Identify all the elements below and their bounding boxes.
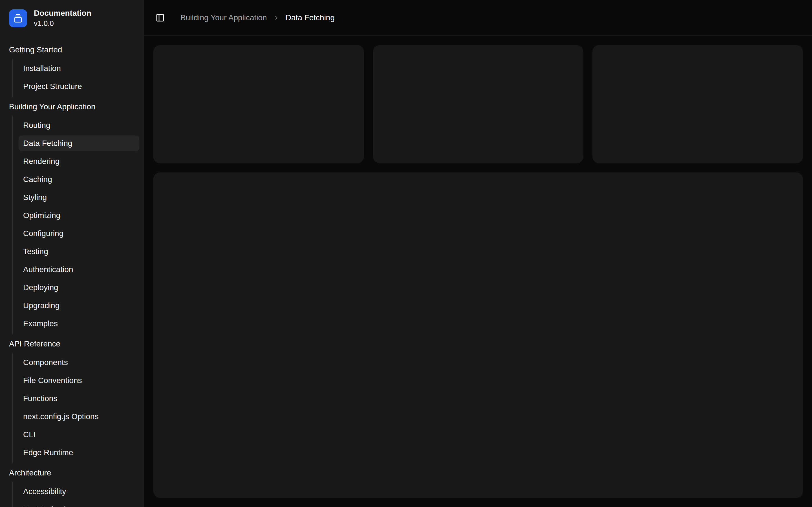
sidebar-item-authentication[interactable]: Authentication [18,262,139,277]
sidebar-item-caching[interactable]: Caching [18,172,139,187]
gallery-vertical-end-icon [13,14,22,23]
sidebar-item-file-conventions[interactable]: File Conventions [18,373,139,388]
sidebar-item-deploying[interactable]: Deploying [18,280,139,295]
sidebar-item-next-config-js-options[interactable]: next.config.js Options [18,409,139,425]
sidebar-item-examples[interactable]: Examples [18,316,139,332]
app-version: v1.0.0 [34,19,91,27]
sidebar-item-installation[interactable]: Installation [18,61,139,76]
sidebar-item-styling[interactable]: Styling [18,189,139,205]
sidebar-section-api-reference[interactable]: API Reference [4,335,139,353]
content [144,36,812,507]
sidebar-item-project-structure[interactable]: Project Structure [18,78,139,94]
sidebar-section-getting-started[interactable]: Getting Started [4,41,139,59]
sidebar-item-edge-runtime[interactable]: Edge Runtime [18,445,139,460]
sidebar-item-components[interactable]: Components [18,355,139,371]
sidebar-item-testing[interactable]: Testing [18,244,139,260]
sidebar-menu: Getting Started Installation Project Str… [0,34,144,507]
app-title-block: Documentation v1.0.0 [34,9,91,27]
app-title: Documentation [34,9,91,18]
app-logo [9,9,27,27]
breadcrumb-current-page: Data Fetching [286,14,335,22]
sidebar-item-rendering[interactable]: Rendering [18,154,139,169]
sidebar-item-data-fetching[interactable]: Data Fetching [18,135,139,151]
sidebar-item-accessibility[interactable]: Accessibility [18,484,139,499]
sidebar-item-cli[interactable]: CLI [18,427,139,443]
sidebar-header-button[interactable]: Documentation v1.0.0 [0,0,144,34]
placeholder-card-1 [153,45,364,163]
sidebar-toggle-button[interactable] [152,10,168,25]
sidebar-sublist-building-your-application: Routing Data Fetching Rendering Caching … [12,116,139,334]
panel-left-icon [156,13,165,22]
breadcrumb: Building Your Application Data Fetching [181,14,335,22]
placeholder-card-row [153,45,803,163]
main-area: Building Your Application Data Fetching [144,0,812,507]
placeholder-panel [153,172,803,498]
sidebar-item-optimizing[interactable]: Optimizing [18,208,139,223]
chevron-right-icon [273,15,280,21]
sidebar-sublist-getting-started: Installation Project Structure [12,59,139,97]
header: Building Your Application Data Fetching [144,0,812,36]
sidebar-item-fast-refresh[interactable]: Fast Refresh [18,502,139,507]
sidebar-item-configuring[interactable]: Configuring [18,226,139,241]
sidebar-section-building-your-application[interactable]: Building Your Application [4,98,139,116]
sidebar-section-architecture[interactable]: Architecture [4,464,139,482]
sidebar-sublist-api-reference: Components File Conventions Functions ne… [12,353,139,463]
sidebar: Documentation v1.0.0 Getting Started Ins… [0,0,144,507]
placeholder-card-3 [592,45,803,163]
sidebar-sublist-architecture: Accessibility Fast Refresh [12,482,139,507]
breadcrumb-parent-link[interactable]: Building Your Application [181,14,267,22]
sidebar-item-routing[interactable]: Routing [18,117,139,133]
placeholder-card-2 [373,45,583,163]
sidebar-item-functions[interactable]: Functions [18,391,139,406]
sidebar-item-upgrading[interactable]: Upgrading [18,298,139,314]
